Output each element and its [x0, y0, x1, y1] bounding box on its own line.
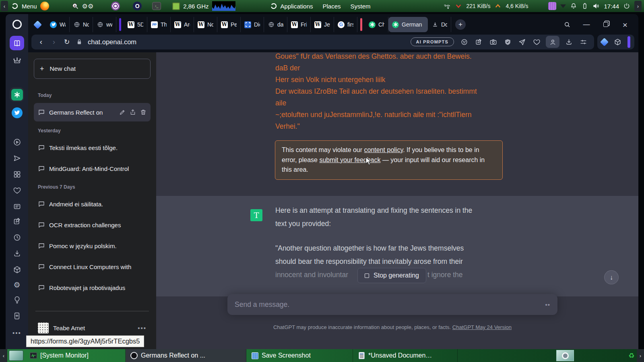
heart-icon[interactable] [6, 186, 28, 195]
browser-tab[interactable]: WPete [217, 17, 241, 32]
bookmarks-book-icon[interactable] [6, 312, 28, 320]
send-plane-icon[interactable] [517, 37, 527, 47]
forward-icon[interactable]: › [50, 37, 58, 46]
browser-tab[interactable]: Die [241, 17, 264, 32]
taskbar-collapse-left-icon[interactable]: ‹ [0, 349, 7, 362]
chat-history-item[interactable]: MindGuard: Anti-Mind-Control [34, 159, 151, 178]
active-browser-tab[interactable]: German [388, 17, 428, 32]
share-icon[interactable] [130, 109, 136, 115]
trash-applet-icon[interactable]: ♻ [626, 349, 637, 362]
taskbar-expand-right-icon[interactable]: › [637, 349, 644, 362]
content-policy-link[interactable]: content policy [364, 146, 403, 153]
volume-icon[interactable] [592, 2, 600, 10]
chatgpt-icon[interactable] [6, 87, 28, 102]
browser-tab[interactable]: PPThis [147, 17, 171, 32]
eject-applet-icon[interactable] [560, 4, 566, 8]
profile-icon[interactable] [546, 36, 559, 48]
page-scrollbar[interactable] [627, 36, 630, 48]
chat-history-item[interactable]: Robotevajet ja robotivajadus [34, 278, 151, 297]
new-chat-button[interactable]: + New chat [34, 59, 151, 79]
workspace-diamond-icon[interactable] [600, 37, 609, 46]
ellipsis-icon[interactable]: ••• [6, 329, 28, 336]
rename-icon[interactable] [119, 109, 126, 115]
pinboard-icon[interactable] [473, 37, 484, 47]
download-icon[interactable] [6, 249, 28, 258]
browser-tab[interactable]: WFrie [287, 17, 311, 32]
account-menu-icon[interactable]: ••• [138, 325, 147, 331]
tab-search-icon[interactable] [563, 20, 572, 29]
browser-tab[interactable]: dac [264, 17, 287, 32]
show-desktop-button[interactable] [9, 350, 23, 361]
emoji-icon[interactable] [459, 37, 469, 47]
terminal-icon[interactable]: ›_ [152, 2, 161, 10]
camera-icon[interactable] [488, 37, 498, 47]
chat-history-item[interactable]: Pomoc w języku polskim. [34, 237, 151, 255]
scroll-to-bottom-button[interactable]: ↓ [604, 270, 619, 284]
taskbar-window-active[interactable]: Germans Reflect on ... [126, 349, 246, 362]
menu-logo-icon[interactable] [11, 2, 19, 10]
close-button[interactable]: × [621, 20, 630, 29]
active-chat-history-item[interactable]: Germans Reflect on [34, 103, 151, 121]
extensions-cube-icon[interactable] [6, 265, 28, 274]
menu-label[interactable]: Menu [22, 3, 37, 10]
chat-history-item[interactable]: OCR extraction challenges [34, 216, 151, 234]
gears-settings-icon[interactable]: ⚙⚙ [82, 2, 94, 10]
address-bar[interactable]: ‹ › ↻ chat.openai.com AI PROMPTS [31, 35, 594, 49]
power-icon[interactable] [623, 2, 630, 10]
browser-tab[interactable]: WJew [311, 17, 334, 32]
heart-icon[interactable] [531, 37, 542, 47]
chat-history-item[interactable]: Andmeid ei säilitata. [34, 195, 151, 213]
opera-logo[interactable] [6, 20, 28, 29]
browser-tab[interactable]: Cha [365, 17, 388, 32]
idea-bulb-icon[interactable] [6, 296, 28, 304]
browser-tab[interactable]: Nov [70, 17, 93, 32]
shield-check-icon[interactable] [502, 37, 513, 47]
stop-generating-button[interactable]: Stop generating [357, 268, 426, 283]
taskbar-window[interactable]: [System Monitor] [25, 349, 126, 362]
browser-tab[interactable]: Gfirst [334, 17, 357, 32]
ai-prompts-button[interactable]: AI PROMPTS [411, 37, 454, 46]
browser-tab[interactable]: WArch [171, 17, 194, 32]
crown-icon[interactable] [6, 57, 28, 65]
minimize-button[interactable]: — [582, 20, 591, 29]
browser-tab[interactable]: WNov [194, 17, 217, 32]
taskbar-window[interactable]: *Unsaved Documen… [353, 349, 458, 362]
opera-launcher-icon[interactable]: O [133, 2, 142, 10]
new-tab-button[interactable]: + [455, 19, 466, 30]
extensions-cube-icon[interactable] [612, 37, 623, 47]
send-icon[interactable] [6, 154, 28, 162]
reading-list-book-icon[interactable] [6, 36, 28, 50]
reload-icon[interactable]: ↻ [63, 38, 71, 46]
tor-browser-icon[interactable] [111, 2, 120, 10]
message-input[interactable]: Send a message. •• [227, 294, 557, 315]
browser-tab[interactable]: Waf [46, 17, 70, 32]
workspace-switcher[interactable] [556, 350, 574, 361]
grid-icon[interactable] [6, 170, 28, 179]
sliders-icon[interactable] [578, 37, 588, 47]
restore-button[interactable] [601, 20, 610, 29]
browser-tab[interactable]: W5D c [124, 17, 147, 32]
play-circle-icon[interactable] [6, 138, 28, 146]
system-load-graph[interactable] [212, 1, 235, 11]
settings-gear-icon[interactable]: ⚙ [6, 280, 28, 290]
send-icon[interactable]: •• [545, 301, 550, 308]
url-text[interactable]: chat.openai.com [88, 38, 136, 46]
pinboard-icon[interactable] [6, 217, 28, 226]
battery-icon[interactable] [581, 2, 588, 10]
download-icon[interactable] [564, 37, 574, 47]
network-signal-icon[interactable] [444, 2, 451, 10]
search-tool-icon[interactable]: A [72, 2, 79, 10]
history-clock-icon[interactable] [6, 233, 28, 242]
taskbar-window[interactable]: Save Screenshot [246, 349, 353, 362]
delete-icon[interactable] [140, 109, 147, 115]
notifications-bell-icon[interactable] [570, 2, 577, 10]
back-icon[interactable]: ‹ [37, 37, 45, 46]
chat-history-item[interactable]: Connect Linux Computers with [34, 257, 151, 276]
panel-clock[interactable]: 17:44 [604, 3, 619, 10]
browser-tab[interactable]: Dow [428, 17, 451, 32]
applications-menu[interactable]: Applications [281, 3, 313, 10]
panel-collapse-left-icon[interactable]: ‹ [1, 1, 8, 11]
version-link[interactable]: ChatGPT May 24 Version [452, 324, 512, 330]
workspace-icon[interactable] [33, 20, 42, 29]
chat-history-item[interactable]: Teksti ilmekas eesti tõlge. [34, 138, 151, 157]
